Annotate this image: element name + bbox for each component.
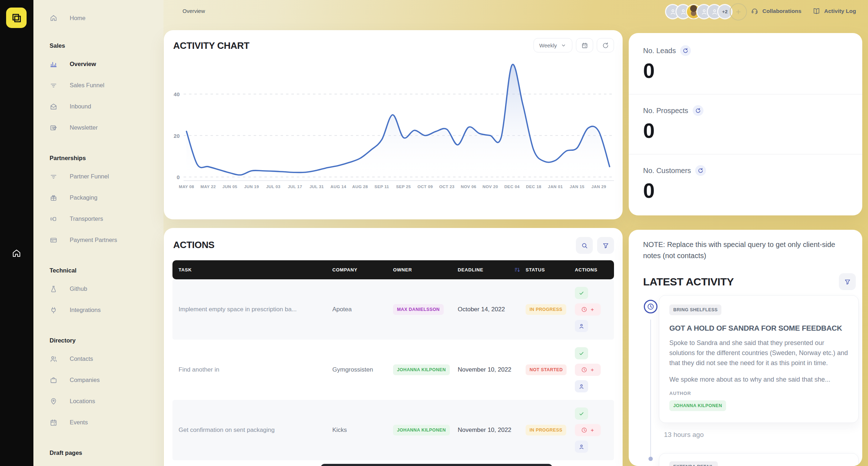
funnel-lines-icon	[50, 173, 57, 181]
svg-text:MAY 22: MAY 22	[200, 185, 216, 189]
activity-body: We spoke more about as to why and she sa…	[669, 375, 848, 385]
table-row[interactable]: Find another in Gymgrossisten JOHANNA KI…	[172, 340, 614, 400]
add-collaborator-button[interactable]: +	[730, 3, 747, 20]
assign-owner-button[interactable]	[575, 441, 588, 453]
map-pin-icon	[50, 397, 57, 405]
refresh-prospects-button[interactable]	[693, 105, 703, 116]
owner-badge: MAX DANIELSSON	[393, 304, 444, 315]
latest-activity-card: NOTE: Replace this with special query to…	[629, 230, 862, 466]
sidebar-item-inbound[interactable]: Inbound	[33, 96, 163, 117]
sidebar-item-transporters[interactable]: Transporters	[33, 208, 163, 229]
search-button[interactable]	[576, 237, 593, 254]
plus-icon	[590, 428, 595, 433]
svg-text:JUL 31: JUL 31	[309, 185, 324, 189]
svg-text:OCT 23: OCT 23	[439, 185, 454, 189]
sidebar-item-integrations[interactable]: Integrations	[33, 299, 163, 321]
svg-text:JAN 29: JAN 29	[591, 185, 606, 189]
sidebar-item-overview[interactable]: Overview	[33, 53, 163, 75]
breadcrumb[interactable]: Overview	[183, 8, 205, 14]
snooze-deadline-button[interactable]	[575, 424, 601, 436]
complete-task-button[interactable]	[575, 347, 588, 359]
sidebar-item-github[interactable]: Github	[33, 278, 163, 299]
assign-owner-button[interactable]	[575, 380, 588, 392]
filter-button[interactable]	[597, 237, 614, 254]
collaborations-link[interactable]: Collaborations	[751, 7, 802, 15]
svg-text:SEP 11: SEP 11	[374, 185, 389, 189]
svg-text:DEC 04: DEC 04	[504, 185, 520, 189]
sidebar-section-draft-pages: Draft pages	[33, 449, 163, 456]
snooze-deadline-button[interactable]	[575, 303, 601, 316]
actions-card: ACTIONS TASK COMPANY OWNER DEADLINE STAT…	[164, 228, 623, 466]
home-icon	[50, 14, 57, 22]
stat-value: 0	[643, 120, 848, 141]
actions-table: TASK COMPANY OWNER DEADLINE STATUS ACTIO…	[172, 260, 614, 466]
funnel-lines-icon	[50, 81, 57, 89]
chart-title: ACTIVITY CHART	[173, 40, 249, 51]
clock-icon	[581, 367, 587, 373]
svg-text:0: 0	[177, 174, 180, 180]
svg-text:AUG 14: AUG 14	[331, 185, 346, 189]
sidebar-item-locations[interactable]: Locations	[33, 391, 163, 412]
sidebar-item-contacts[interactable]: Contacts	[33, 348, 163, 369]
svg-text:JAN 01: JAN 01	[548, 185, 563, 189]
sidebar-section-directory: Directory	[33, 337, 163, 344]
sort-icon[interactable]	[514, 266, 521, 273]
rail-home-button[interactable]	[10, 247, 23, 259]
stat-label: No. Prospects	[643, 107, 688, 115]
sidebar-item-packaging[interactable]: Packaging	[33, 187, 163, 208]
table-row[interactable]: Implement empty space in prescription ba…	[172, 279, 614, 340]
owner-badge: JOHANNA KILPONEN	[393, 364, 450, 375]
cast-icon	[50, 215, 57, 223]
activity-title: GOT A HOLD OF SANDRA FOR SOME FEEDBACK	[669, 324, 848, 332]
activity-item[interactable]: BRING SHELFLESS GOT A HOLD OF SANDRA FOR…	[659, 295, 859, 423]
complete-task-button[interactable]	[575, 287, 588, 299]
refresh-leads-button[interactable]	[680, 45, 691, 56]
company-badge: EXTENDA RETAIL	[669, 461, 718, 466]
credit-card-icon	[50, 236, 57, 244]
period-dropdown[interactable]: Weekly	[534, 38, 572, 52]
refresh-chart-button[interactable]	[597, 38, 614, 52]
activity-filter-button[interactable]	[839, 273, 856, 290]
sidebar-item-newsletter[interactable]: Newsletter	[33, 117, 163, 138]
table-row[interactable]: Get confirmation on sent packaging Kicks…	[172, 400, 614, 460]
app-logo[interactable]	[6, 8, 27, 28]
svg-text:JUL 03: JUL 03	[266, 185, 281, 189]
svg-text:JUL 17: JUL 17	[288, 185, 302, 189]
actions-title: ACTIONS	[173, 239, 214, 251]
stat-label: No. Customers	[643, 167, 691, 175]
status-badge: IN PROGRESS	[526, 425, 566, 435]
refresh-customers-button[interactable]	[695, 165, 706, 176]
sidebar-item-partner-funnel[interactable]: Partner Funnel	[33, 166, 163, 187]
snooze-deadline-button[interactable]	[575, 364, 601, 376]
sidebar-item-sales-funnel[interactable]: Sales Funnel	[33, 75, 163, 96]
calendar-button[interactable]	[576, 38, 593, 52]
calendar-icon	[581, 42, 588, 49]
complete-task-button[interactable]	[575, 407, 588, 420]
status-badge: IN PROGRESS	[526, 304, 566, 315]
crm-dashboard: Home Sales Overview Sales Funnel Inbound…	[0, 0, 868, 466]
activity-item[interactable]: EXTENDA RETAIL	[659, 453, 859, 466]
refresh-icon	[602, 42, 609, 49]
stat-prospects: No. Prospects 0	[643, 102, 848, 146]
clock-icon	[581, 306, 587, 313]
gift-icon	[50, 194, 57, 202]
sidebar-item-companies[interactable]: Companies	[33, 369, 163, 391]
assign-owner-button[interactable]	[575, 320, 588, 332]
filter-icon	[602, 242, 609, 249]
company-badge: BRING SHELFLESS	[669, 304, 721, 315]
sidebar-item-events[interactable]: Events	[33, 412, 163, 433]
sidebar-item-home[interactable]: Home	[33, 10, 163, 26]
plug-icon	[50, 306, 57, 314]
stat-value: 0	[643, 180, 848, 201]
svg-text:OCT 09: OCT 09	[417, 185, 433, 189]
stat-label: No. Leads	[643, 47, 676, 55]
sidebar-item-payment-partners[interactable]: Payment Partners	[33, 229, 163, 251]
briefcase-icon	[50, 376, 57, 384]
filter-icon	[844, 278, 851, 285]
bottom-sheet-peek[interactable]	[321, 464, 552, 466]
sidebar-section-sales: Sales	[33, 42, 163, 49]
latest-activity-title: LATEST ACTIVITY	[643, 276, 734, 288]
dev-note: NOTE: Replace this with special query to…	[643, 239, 837, 261]
chevron-down-icon	[560, 42, 567, 48]
activity-log-link[interactable]: Activity Log	[813, 7, 856, 15]
